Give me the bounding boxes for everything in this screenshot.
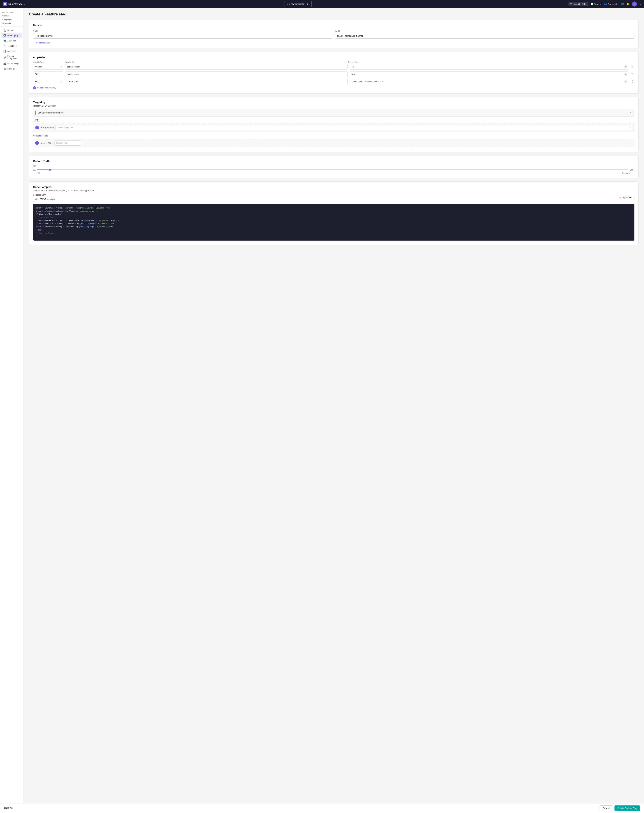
add-description-button[interactable]: ＋ Add Description bbox=[33, 41, 635, 44]
search-shortcut: ⌘ K bbox=[581, 3, 586, 5]
variable-type-select-wrap-2: Number String Boolean ▼ bbox=[33, 72, 63, 77]
segment-name-label: Loyalty Program Members bbox=[38, 112, 629, 114]
rollout-slider-container: 0% 100% bbox=[33, 169, 635, 171]
properties-section-title: Properties bbox=[33, 56, 635, 59]
segment-select[interactable]: Select a segment... bbox=[55, 125, 632, 130]
sidebar-item-home[interactable]: 🏠 Home bbox=[1, 28, 22, 33]
templates-icon: 📄 bbox=[3, 44, 6, 48]
sidebar-link-campaigns[interactable]: Campaigns bbox=[0, 18, 23, 21]
support-button[interactable]: 💬 Support bbox=[590, 3, 601, 5]
clear-value-button-2[interactable]: × bbox=[624, 73, 627, 76]
app-menu-chevron[interactable]: ▼ bbox=[24, 3, 25, 5]
globe-button[interactable]: 🌐 bbox=[621, 3, 624, 5]
details-card: Details Name ID i ＋ Add Description bbox=[29, 20, 639, 48]
sidebar-link-segments[interactable]: Segments bbox=[0, 21, 23, 25]
page-title: Create a Feature Flag bbox=[29, 12, 639, 17]
globe-icon: 🌐 bbox=[621, 3, 624, 5]
default-value-input-1[interactable] bbox=[350, 64, 629, 69]
community-button[interactable]: 👥 Community bbox=[604, 3, 618, 5]
add-filter-plus-button[interactable]: + bbox=[35, 141, 39, 145]
rollout-section-title: Rollout Traffic bbox=[33, 160, 635, 163]
variable-type-select-2[interactable]: Number String Boolean bbox=[33, 72, 63, 77]
targeting-section-title: Targeting bbox=[33, 101, 635, 104]
tour-chevron-icon: ▼ bbox=[305, 2, 309, 6]
variable-key-input-1[interactable] bbox=[65, 64, 348, 69]
app-logo[interactable]: U UponVoyage ▼ bbox=[3, 2, 25, 6]
sidebar-link-canvas[interactable]: Canvas bbox=[0, 14, 23, 18]
partner-integrations-icon: 🔗 bbox=[3, 56, 6, 59]
rollout-percent-label: 0% bbox=[33, 165, 635, 167]
nav-center: Tour new navigation ▼ bbox=[28, 1, 568, 7]
variable-type-select-1[interactable]: Number String Boolean bbox=[33, 64, 63, 69]
variable-key-input-3[interactable] bbox=[65, 79, 348, 84]
sidebar-item-messaging[interactable]: 💬 Messaging bbox=[1, 33, 22, 38]
sdk-selection-row: Select an SDK Web SDK (Javascript) iOS S… bbox=[33, 194, 635, 202]
analytics-icon: 📊 bbox=[3, 50, 6, 52]
remove-segment-button[interactable]: × bbox=[629, 111, 632, 115]
code-line-6: const bannerColorProperty = featureFlag.… bbox=[36, 222, 632, 225]
sidebar-item-templates[interactable]: 📄 Templates bbox=[1, 43, 22, 49]
filter-select-arrow: ▼ bbox=[629, 142, 631, 144]
id-field-group: ID i bbox=[335, 30, 635, 38]
segment-select-wrap: Select a segment... ▼ bbox=[55, 125, 632, 130]
filter-select[interactable]: Select Filter... bbox=[55, 141, 81, 146]
sdk-select[interactable]: Web SDK (Javascript) iOS Swift Android K… bbox=[33, 197, 63, 202]
property-column-headers: Variable Type Variable Key Default Value bbox=[33, 61, 635, 64]
add-property-label: Add another property bbox=[37, 87, 56, 89]
rollout-track-wrap: 0% 100% bbox=[33, 169, 635, 171]
name-input[interactable] bbox=[33, 33, 332, 38]
code-line-10: } bbox=[36, 235, 632, 238]
variable-type-select-3[interactable]: Number String Boolean bbox=[33, 79, 63, 84]
variable-type-select-wrap-3: Number String Boolean ▼ bbox=[33, 79, 63, 84]
code-line-1: const featureFlag = braze.getFeatureFlag… bbox=[36, 207, 632, 210]
code-line-9: // use old feature bbox=[36, 232, 632, 235]
code-sample-block: const featureFlag = braze.getFeatureFlag… bbox=[33, 204, 635, 241]
properties-card: Properties Variable Type Variable Key De… bbox=[29, 52, 639, 94]
add-another-property-button[interactable]: + Add another property bbox=[33, 86, 635, 89]
search-button[interactable]: 🔍 Search ⌘ K bbox=[568, 2, 587, 6]
delete-property-button-1[interactable]: 🗑 bbox=[630, 65, 635, 69]
id-info-icon[interactable]: i bbox=[338, 30, 340, 32]
copy-code-button[interactable]: 📋 Copy Code bbox=[616, 195, 635, 200]
default-value-wrap-1: × bbox=[350, 64, 629, 69]
default-value-input-3[interactable] bbox=[350, 79, 629, 84]
name-label: Name bbox=[33, 30, 332, 32]
avatar-initials: U bbox=[634, 3, 635, 5]
sidebar-item-partner-integrations[interactable]: 🔗 Partner Integrations bbox=[1, 54, 22, 61]
delete-property-button-2[interactable]: 🗑 bbox=[630, 72, 635, 76]
sidebar-item-templates-label: Templates bbox=[8, 45, 17, 47]
add-description-label: Add Description bbox=[36, 41, 50, 44]
sidebar-item-audience[interactable]: 👥 Audience bbox=[1, 38, 22, 43]
rollout-min-label: 0% bbox=[33, 169, 36, 171]
sidebar-item-home-label: Home bbox=[8, 29, 13, 32]
copy-icon: 📋 bbox=[618, 196, 621, 199]
variable-key-input-2[interactable] bbox=[65, 72, 348, 77]
community-label: Community bbox=[607, 3, 618, 5]
delete-property-button-3[interactable]: 🗑 bbox=[630, 80, 635, 83]
property-row: Number String Boolean ▼ × 🗑 bbox=[33, 64, 635, 69]
copy-code-label: Copy Code bbox=[622, 196, 632, 199]
main-content: Create a Feature Flag Details Name ID i … bbox=[23, 8, 644, 262]
clear-value-button-3[interactable]: × bbox=[624, 80, 627, 83]
add-segment-plus-button[interactable]: + bbox=[35, 126, 39, 129]
rollout-thumb[interactable] bbox=[49, 169, 51, 171]
user-avatar[interactable]: U bbox=[632, 2, 637, 6]
notifications-button[interactable]: 🔔 bbox=[627, 3, 629, 5]
filter-funnel-icon: ▼ bbox=[41, 142, 43, 144]
id-input[interactable] bbox=[335, 33, 635, 38]
add-segment-row: + Add Segment Select a segment... ▼ bbox=[33, 123, 635, 132]
sidebar-item-analytics[interactable]: 📊 Analytics bbox=[1, 49, 22, 54]
settings-icon: ⚙️ bbox=[3, 67, 6, 70]
name-field-group: Name bbox=[33, 30, 332, 38]
top-navigation: U UponVoyage ▼ Tour new navigation ▼ 🔍 S… bbox=[0, 0, 644, 8]
default-value-input-2[interactable] bbox=[350, 72, 629, 77]
tour-navigation-button[interactable]: Tour new navigation ▼ bbox=[284, 1, 312, 7]
and-logic-badge: AND bbox=[33, 118, 40, 121]
user-menu-chevron[interactable]: ▼ bbox=[639, 3, 641, 5]
variable-key-col-header: Variable Key bbox=[65, 61, 346, 63]
clear-value-button-1[interactable]: × bbox=[624, 65, 627, 68]
home-icon: 🏠 bbox=[3, 29, 6, 32]
sidebar-item-settings[interactable]: ⚙️ Settings bbox=[1, 66, 22, 71]
add-segment-label: Add Segment bbox=[41, 126, 54, 129]
sidebar-item-data-settings[interactable]: 🗃️ Data Settings bbox=[1, 61, 22, 66]
